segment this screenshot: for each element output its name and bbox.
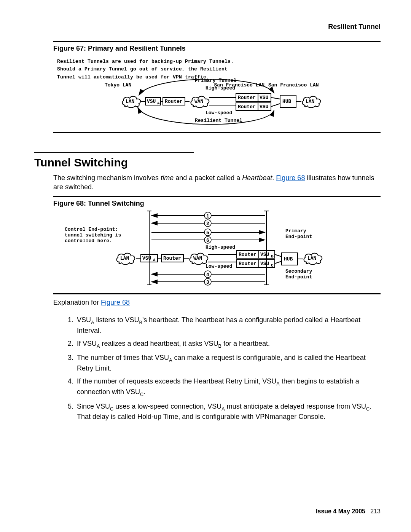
svg-line-30 [271,97,280,99]
page-header: Resilient Tunnel [328,23,381,31]
intro-paragraph: The switching mechanism involves time an… [53,173,381,192]
svg-text:5: 5 [206,230,209,236]
svg-text:High-speed: High-speed [206,85,235,91]
svg-text:Primary Tunnel: Primary Tunnel [195,78,236,83]
svg-text:High-speed: High-speed [206,244,235,250]
svg-text:2: 2 [206,221,209,227]
svg-text:WAN: WAN [193,256,202,261]
svg-text:VSU: VSU [260,95,268,101]
svg-text:LAN: LAN [307,256,316,261]
svg-text:Resilient Tunnel: Resilient Tunnel [195,118,242,123]
section-heading: Tunnel Switching [34,156,128,169]
svg-text:Primary: Primary [285,228,306,234]
list-item: The number of times that VSUA can make a… [75,353,381,373]
svg-text:controlled here.: controlled here. [65,238,112,244]
svg-line-31 [271,104,280,107]
svg-text:End-point: End-point [285,234,312,240]
list-item: VSUA listens to VSUB's heartbeat. The he… [75,315,381,335]
svg-text:VSU: VSU [260,261,269,267]
list-item: If VSUA realizes a dead heartbeat, it as… [75,339,381,350]
figure-68-link[interactable]: Figure 68 [276,174,305,182]
svg-text:LAN: LAN [126,99,134,104]
figure-67-diagram: Tokyo LAN San Francisco LAN San Francisc… [53,76,381,129]
explanation-label: Explanation for Figure 68 [53,298,381,307]
svg-text:Control End-point:: Control End-point: [65,227,118,232]
svg-line-67 [275,254,282,257]
svg-text:C: C [271,263,274,268]
svg-text:A: A [153,258,156,262]
svg-text:VSU: VSU [260,252,269,257]
svg-text:Router: Router [239,252,256,257]
svg-text:Router: Router [239,261,256,267]
explanation-list: VSUA listens to VSUB's heartbeat. The he… [60,315,381,425]
svg-text:Router: Router [238,104,256,110]
list-item: Since VSUC uses a low-speed connection, … [75,402,381,422]
svg-text:Secondary: Secondary [285,268,312,274]
svg-text:Tokyo LAN: Tokyo LAN [105,82,131,88]
figure-68-link-2[interactable]: Figure 68 [101,299,130,306]
svg-text:San Francisco LAN: San Francisco LAN [268,82,319,88]
svg-text:Router: Router [163,256,181,261]
svg-text:End-point: End-point [285,274,312,280]
svg-text:Low-speed: Low-speed [206,264,232,269]
list-item: If the number of requests exceeds the He… [75,377,381,398]
svg-text:3: 3 [206,280,209,285]
svg-text:Router: Router [238,95,256,101]
page-footer: Issue 4 May 2005 213 [316,508,381,515]
svg-text:HUB: HUB [282,99,292,104]
svg-text:1: 1 [206,213,209,219]
svg-text:B: B [271,254,274,259]
svg-line-68 [275,261,282,264]
svg-text:HUB: HUB [284,256,293,262]
svg-text:A: A [157,101,160,105]
svg-text:Low-speed: Low-speed [206,110,232,116]
svg-text:VSU: VSU [260,104,268,110]
svg-text:WAN: WAN [194,99,203,104]
svg-text:tunnel switching is: tunnel switching is [65,232,121,238]
figure-67-caption: Figure 67: Primary and Resilient Tunnels [53,45,186,53]
svg-text:Router: Router [165,99,183,104]
svg-text:LAN: LAN [120,256,129,261]
svg-text:4: 4 [206,272,209,278]
svg-text:6: 6 [206,238,209,243]
figure-68-diagram: Control End-point: tunnel switching is c… [53,209,381,289]
svg-text:VSU: VSU [142,256,151,261]
svg-text:VSU: VSU [147,99,156,104]
figure-68-caption: Figure 68: Tunnel Switching [53,200,144,208]
svg-text:LAN: LAN [306,99,314,104]
